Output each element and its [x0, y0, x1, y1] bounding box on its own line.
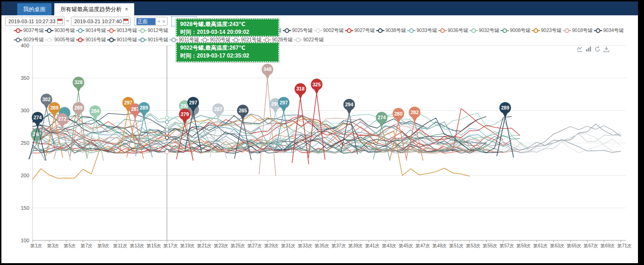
legend-item-label: 9015号罐 — [148, 37, 168, 43]
legend-item-9033[interactable]: 9033号罐 — [407, 27, 436, 34]
svg-text:274: 274 — [377, 115, 386, 120]
svg-text:318: 318 — [296, 86, 305, 91]
legend-item-9032[interactable]: 9032号罐 — [469, 27, 498, 34]
legend-marker-icon — [107, 38, 116, 42]
legend-marker-icon — [376, 29, 384, 32]
peak-marker: 287 — [213, 103, 224, 120]
svg-text:325: 325 — [312, 82, 321, 87]
legend-marker-icon — [532, 29, 540, 32]
legend-marker-icon — [45, 29, 53, 32]
legend-item-9025[interactable]: 9025号罐 — [283, 27, 312, 34]
legend-item-9023[interactable]: 9023号罐 — [532, 27, 560, 34]
legend-item-9036[interactable]: 9036号罐 — [438, 27, 467, 34]
svg-text:282: 282 — [410, 110, 419, 115]
tooltip-title: 9022号罐,最高温度:267℃ — [180, 44, 275, 52]
legend-item-9008[interactable]: 9008号罐 — [501, 27, 529, 34]
toolbox-restore-icon[interactable] — [594, 45, 601, 53]
chart-toolbox — [576, 45, 610, 53]
legend-marker-icon — [76, 29, 85, 32]
svg-text:285: 285 — [239, 108, 247, 113]
legend-item-9002[interactable]: 9002号罐 — [314, 27, 343, 34]
svg-text:287: 287 — [131, 106, 139, 112]
legend-item-label: 9034号罐 — [603, 27, 624, 34]
svg-text:第11次: 第11次 — [113, 243, 127, 248]
legend-item-9030[interactable]: 9030号罐 — [45, 27, 74, 34]
tooltip-title: 9028号罐,最高温度:243℃ — [180, 20, 275, 28]
legend-marker-icon — [14, 29, 22, 32]
legend-item-label: 9014号罐 — [85, 27, 106, 34]
svg-text:289: 289 — [74, 105, 83, 110]
svg-text:第41次: 第41次 — [365, 243, 379, 248]
legend-item-9018[interactable]: 9018号罐 — [563, 27, 592, 34]
svg-text:第37次: 第37次 — [332, 243, 346, 248]
legend-marker-icon — [314, 29, 322, 32]
peak-marker: 328 — [73, 77, 85, 93]
legend-marker-icon — [438, 29, 447, 32]
legend-item-9015[interactable]: 9015号罐 — [138, 37, 167, 43]
legend-marker-icon — [232, 38, 240, 42]
svg-text:328: 328 — [74, 79, 83, 85]
svg-text:第31次: 第31次 — [281, 243, 295, 248]
svg-text:第33次: 第33次 — [298, 243, 312, 248]
svg-text:200: 200 — [21, 173, 29, 178]
legend-marker-icon — [45, 38, 53, 42]
svg-text:272: 272 — [58, 116, 66, 122]
svg-text:289: 289 — [501, 105, 509, 110]
svg-text:第13次: 第13次 — [130, 243, 144, 248]
legend-item-9022[interactable]: 9022号罐 — [294, 37, 323, 43]
legend-marker-icon — [138, 38, 147, 42]
peak-marker: 285 — [237, 105, 249, 121]
legend-item-9012[interactable]: 9012号罐 — [138, 27, 167, 34]
svg-text:第45次: 第45次 — [399, 243, 413, 248]
svg-text:第71次: 第71次 — [617, 243, 631, 248]
legend-item-9016[interactable]: 9016号罐 — [76, 37, 105, 43]
tooltip-time: 时间：2019-03-14 20:09:02 — [180, 28, 275, 36]
legend-item-9027[interactable]: 9027号罐 — [345, 27, 374, 34]
svg-text:150: 150 — [21, 205, 29, 211]
svg-text:300: 300 — [21, 108, 29, 113]
svg-text:100: 100 — [21, 238, 29, 243]
legend-item-9029[interactable]: 9029号罐 — [14, 37, 43, 43]
legend-item-9037[interactable]: 9037号罐 — [14, 27, 43, 34]
svg-text:350: 350 — [21, 75, 29, 81]
svg-text:第35次: 第35次 — [315, 243, 329, 248]
legend-item-9005[interactable]: 9005号罐 — [45, 37, 74, 43]
svg-text:第63次: 第63次 — [550, 243, 565, 248]
legend-item-label: 9005号罐 — [54, 37, 75, 43]
svg-text:297: 297 — [189, 100, 197, 105]
legend-marker-icon — [563, 29, 571, 32]
svg-text:第69次: 第69次 — [600, 243, 615, 248]
legend-item-label: 9016号罐 — [85, 37, 106, 43]
svg-text:第51次: 第51次 — [449, 243, 463, 248]
legend-marker-icon — [294, 38, 302, 42]
legend-item-9034[interactable]: 9034号罐 — [594, 27, 623, 34]
toolbox-line-chart-icon[interactable] — [576, 45, 584, 53]
legend-item-label: 9013号罐 — [117, 27, 137, 34]
svg-text:280: 280 — [394, 111, 403, 116]
svg-text:第27次: 第27次 — [247, 243, 262, 248]
toolbox-bar-chart-icon[interactable] — [585, 45, 592, 53]
legend-item-9038[interactable]: 9038号罐 — [376, 27, 405, 34]
legend-item-label: 9012号罐 — [148, 27, 168, 34]
legend-item-9014[interactable]: 9014号罐 — [76, 27, 105, 34]
svg-text:第3次: 第3次 — [47, 243, 59, 248]
toolbox-download-icon[interactable] — [603, 45, 610, 53]
svg-text:第5次: 第5次 — [64, 243, 76, 248]
svg-text:第7次: 第7次 — [81, 243, 93, 248]
legend-item-9013[interactable]: 9013号罐 — [107, 27, 136, 34]
peak-marker: 318 — [295, 83, 306, 99]
peak-marker: 280 — [393, 108, 404, 124]
legend-marker-icon — [594, 29, 602, 32]
svg-text:第9次: 第9次 — [98, 243, 110, 248]
legend-marker-icon — [263, 38, 271, 42]
tooltip-tank-9022: 9022号罐,最高温度:267℃ 时间：2019-03-17 02:35:02 — [176, 42, 279, 62]
legend-marker-icon — [107, 29, 116, 32]
svg-text:第15次: 第15次 — [147, 243, 161, 248]
legend-marker-icon — [201, 38, 209, 42]
tooltip-time: 时间：2019-03-17 02:35:02 — [180, 52, 275, 60]
svg-text:289: 289 — [50, 105, 59, 110]
legend-item-label: 9030号罐 — [54, 27, 75, 34]
svg-text:第57次: 第57次 — [500, 243, 514, 248]
legend-item-9010[interactable]: 9010号罐 — [107, 37, 136, 43]
peak-marker: 348 — [262, 64, 273, 80]
